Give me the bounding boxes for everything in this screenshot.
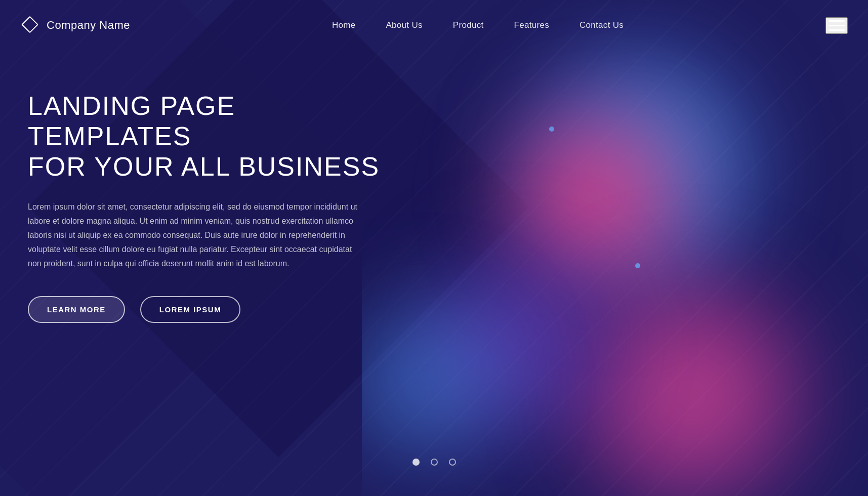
slider-dots [412,459,456,466]
nav-link-contact[interactable]: Contact Us [580,20,624,30]
slider-dot-3[interactable] [449,459,456,466]
nav-link-product[interactable]: Product [453,20,484,30]
lorem-ipsum-button[interactable]: LOREM IPSUM [140,296,240,323]
hero-content: LANDING PAGE TEMPLATES FOR YOUR ALL BUSI… [28,91,392,323]
brand-icon [20,16,39,35]
brand-name: Company Name [47,19,130,32]
nav-link-home[interactable]: Home [332,20,356,30]
hamburger-line-1 [829,20,845,22]
navbar: Company Name Home About Us Product Featu… [0,0,868,51]
decorative-dot-1 [549,127,554,132]
slider-dot-1[interactable] [412,459,420,466]
orb-container [362,0,868,496]
hero-title: LANDING PAGE TEMPLATES FOR YOUR ALL BUSI… [28,91,392,182]
slider-dot-2[interactable] [431,459,438,466]
page-wrapper: Company Name Home About Us Product Featu… [0,0,868,496]
hero-buttons: LEARN MORE LOREM IPSUM [28,296,392,323]
decorative-dot-2 [635,263,640,268]
hero-description: Lorem ipsum dolor sit amet, consectetur … [28,200,362,271]
hero-title-line-2: FOR YOUR ALL BUSINESS [28,152,380,181]
hamburger-line-2 [829,25,845,26]
hamburger-menu-button[interactable] [825,17,848,34]
learn-more-button[interactable]: LEARN MORE [28,296,125,323]
nav-link-about[interactable]: About Us [386,20,422,30]
hamburger-line-3 [829,29,845,31]
svg-rect-0 [22,17,37,32]
nav-link-features[interactable]: Features [514,20,549,30]
nav-links: Home About Us Product Features Contact U… [332,20,624,30]
brand-logo-area[interactable]: Company Name [20,16,130,35]
hero-title-line-1: LANDING PAGE TEMPLATES [28,91,235,151]
